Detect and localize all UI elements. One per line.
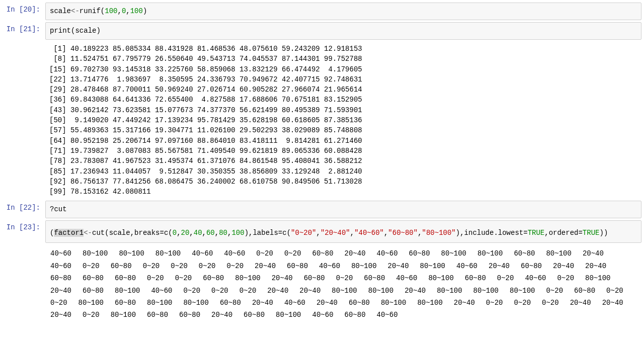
factor-level-token: 20~40 [50, 285, 71, 296]
factor-level-token: 80~100 [78, 297, 104, 308]
factor-level-token: 80~100 [119, 248, 144, 259]
output-text-23: 40~6080~10080~10080~10040~6040~600~200~2… [45, 245, 644, 324]
factor-level-token: 20~40 [272, 273, 293, 284]
factor-level-token: 60~80 [83, 273, 104, 284]
prompt-out-21 [0, 42, 45, 199]
factor-level-token: 60~80 [179, 309, 200, 320]
factor-level-token: 60~80 [244, 309, 265, 320]
factor-level-token: 80~100 [420, 261, 445, 272]
factor-level-token: 60~80 [312, 248, 334, 259]
factor-level-token: 80~100 [417, 297, 442, 308]
factor-level-token: 20~40 [50, 309, 71, 320]
factor-level-token: 20~40 [585, 261, 606, 272]
factor-level-token: 0~20 [147, 273, 164, 284]
factor-level-token: 20~40 [602, 297, 623, 308]
cell-input-22: In [22]: ?cut [0, 201, 644, 218]
factor-level-token: 80~100 [351, 261, 376, 272]
factor-level-token: 60~80 [115, 297, 136, 308]
factor-level-token: 40~60 [377, 248, 398, 259]
factor-level-token: 60~80 [203, 273, 224, 284]
code-input-21[interactable]: print(scale) [45, 22, 641, 40]
factor-level-token: 80~100 [276, 309, 301, 320]
factor-level-token: 60~80 [514, 248, 535, 259]
factor-level-token: 80~100 [332, 285, 357, 296]
factor-level-token: 40~60 [151, 285, 172, 296]
factor-level-token: 80~100 [428, 273, 453, 284]
factor-level-token: 0~20 [486, 297, 503, 308]
factor-level-token: 0~20 [284, 248, 301, 259]
factor-level-token: 60~80 [83, 285, 104, 296]
factor-level-token: 60~80 [111, 261, 132, 272]
factor-level-token: 20~40 [267, 285, 288, 296]
factor-level-token: 60~80 [115, 273, 136, 284]
prompt-in-22: In [22]: [0, 201, 45, 212]
cell-input-21: In [21]: print(scale) [0, 22, 644, 40]
factor-level-token: 80~100 [111, 309, 136, 320]
factor-level-token: 60~80 [304, 273, 325, 284]
factor-level-token: 0~20 [226, 261, 244, 272]
factor-level-token: 60~80 [574, 285, 595, 296]
prompt-out-23 [0, 245, 45, 324]
factor-level-token: 40~60 [456, 261, 477, 272]
code20-fn: runif [79, 7, 101, 15]
factor-level-token: 40~60 [396, 273, 417, 284]
factor-level-token: 40~60 [192, 248, 213, 259]
factor-level-token: 0~20 [239, 285, 257, 296]
factor-level-token: 20~40 [405, 285, 426, 296]
factor-level-token: 0~20 [256, 248, 273, 259]
factor-level-token: 40~60 [224, 248, 245, 259]
factor-level-token: 80~100 [477, 248, 503, 259]
factor-level-token: 20~40 [252, 297, 273, 308]
code-input-23[interactable]: (factor1<-cut(scale,breaks=c(0,20,40,60,… [45, 220, 641, 243]
code-input-20[interactable]: scale<-runif(100,0,100) [45, 3, 641, 20]
factor-level-token: 60~80 [50, 273, 71, 284]
factor-level-token: 60~80 [287, 261, 308, 272]
factor-level-token: 60~80 [409, 248, 430, 259]
factor-level-token: 20~40 [388, 261, 409, 272]
factor-level-token: 20~40 [345, 248, 366, 259]
factor-level-token: 60~80 [521, 261, 542, 272]
code20-arrow: <- [71, 7, 79, 15]
prompt-in-20: In [20]: [0, 3, 45, 14]
factor-level-token: 40~60 [50, 261, 71, 272]
factor-level-token: 60~80 [364, 273, 385, 284]
factor-level-token: 80~100 [183, 297, 208, 308]
code-input-22[interactable]: ?cut [45, 201, 641, 218]
factor-level-token: 0~20 [542, 297, 559, 308]
factor-level-token: 80~100 [546, 248, 571, 259]
code23-ident-selected: factor1 [54, 229, 84, 237]
code20-ident: scale [50, 7, 71, 15]
factor-level-token: 0~20 [497, 273, 514, 284]
factor-level-token: 60~80 [345, 309, 366, 320]
factor-level-token: 60~80 [349, 297, 370, 308]
factor-level-token: 40~60 [50, 248, 71, 259]
factor-level-token: 0~20 [546, 285, 563, 296]
factor-level-token: 40~60 [312, 309, 334, 320]
factor-level-token: 0~20 [514, 297, 531, 308]
factor-level-token: 0~20 [83, 309, 100, 320]
factor-level-token: 20~40 [583, 248, 604, 259]
factor-level-token: 20~40 [553, 261, 574, 272]
factor-level-token: 80~100 [473, 285, 499, 296]
factor-level-token: 80~100 [381, 297, 406, 308]
factor-level-token: 80~100 [155, 248, 181, 259]
factor-level-token: 20~40 [255, 261, 276, 272]
factor-level-token: 80~100 [115, 285, 140, 296]
cell-input-23: In [23]: (factor1<-cut(scale,breaks=c(0,… [0, 220, 644, 243]
factor-level-token: 80~100 [83, 248, 108, 259]
factor-level-token: 0~20 [336, 273, 353, 284]
factor-level-token: 0~20 [211, 285, 228, 296]
factor-level-token: 60~80 [220, 297, 241, 308]
factor-level-token: 20~40 [454, 297, 475, 308]
factor-level-token: 80~100 [235, 273, 260, 284]
factor-level-token: 40~60 [319, 261, 340, 272]
factor-level-token: 40~60 [284, 297, 305, 308]
factor-level-token: 80~100 [441, 248, 466, 259]
factor-level-token: 0~20 [175, 273, 192, 284]
prompt-in-21: In [21]: [0, 22, 45, 33]
prompt-in-23: In [23]: [0, 220, 45, 231]
factor-level-token: 80~100 [368, 285, 393, 296]
cell-output-21: [1] 40.189223 85.085334 88.431928 81.468… [0, 42, 644, 199]
factor-level-token: 0~20 [606, 285, 623, 296]
factor-level-token: 60~80 [147, 309, 168, 320]
